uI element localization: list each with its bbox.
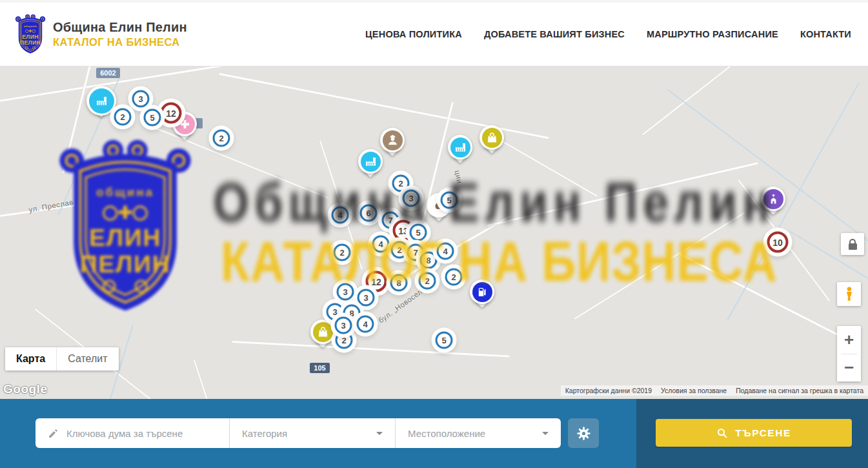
advanced-settings-button[interactable] — [568, 418, 599, 448]
search-button-label: ТЪРСЕНЕ — [735, 427, 791, 439]
map-cluster-marker[interactable]: 4 — [437, 243, 454, 260]
map-zoom-control: + − — [837, 326, 861, 382]
map-pin-bag-marker[interactable] — [479, 125, 504, 150]
map-pin-factory-marker[interactable] — [358, 149, 383, 174]
header: община ЕЛИН ПЕЛИН Община Елин Пелин КАТА… — [0, 0, 868, 66]
google-logo[interactable]: Google — [3, 382, 47, 396]
map-cluster-marker[interactable]: 12 — [161, 103, 182, 124]
map-cluster-marker[interactable]: 3 — [403, 190, 420, 207]
map-cluster-marker[interactable]: 6 — [360, 205, 378, 222]
map-cluster-marker[interactable]: 4 — [357, 316, 374, 333]
nav-contacts[interactable]: КОНТАКТИ — [800, 29, 851, 39]
map-pin-bag-marker[interactable] — [310, 320, 335, 344]
map-cluster-marker[interactable]: 3 — [335, 317, 352, 334]
map-cluster-marker[interactable]: 3 — [132, 90, 150, 108]
map-cluster-marker[interactable]: 2 — [114, 108, 132, 126]
category-select-value: Категория — [242, 428, 287, 439]
keyword-search-input[interactable] — [66, 428, 215, 439]
map-cluster-marker[interactable]: 5 — [144, 109, 161, 127]
nav-pricing-policy[interactable]: ЦЕНОВА ПОЛИТИКА — [365, 29, 462, 39]
map-cluster-marker[interactable]: 2 — [445, 269, 463, 286]
zoom-in-button[interactable]: + — [837, 327, 861, 354]
search-submit-button[interactable]: ТЪРСЕНЕ — [656, 419, 852, 447]
gear-icon — [576, 425, 592, 442]
map-cluster-marker[interactable]: 8 — [390, 274, 408, 292]
site-subtitle: КАТАЛОГ НА БИЗНЕСА — [53, 36, 187, 48]
map-cluster-marker[interactable]: 2 — [213, 130, 230, 147]
map-cluster-marker[interactable]: 5 — [441, 192, 458, 209]
search-fields-group: Категория Местоположение — [35, 418, 561, 448]
map-type-satellite-button[interactable]: Сателит — [56, 347, 118, 371]
svg-text:ЕЛИН: ЕЛИН — [22, 33, 39, 39]
logo-text: Община Елин Пелин КАТАЛОГ НА БИЗНЕСА — [53, 20, 187, 48]
map-cluster-marker[interactable]: 4 — [372, 236, 390, 253]
attribution-report-link[interactable]: Подаване на сигнал за грешка в картата — [731, 387, 868, 394]
attribution-terms-link[interactable]: Условия за ползване — [656, 387, 731, 394]
map-cluster-marker[interactable]: 10 — [767, 232, 789, 253]
chevron-down-icon — [542, 432, 549, 435]
map-cluster-marker[interactable]: 5 — [436, 332, 453, 349]
search-icon — [716, 427, 728, 439]
map-attribution: Картографски данни ©2019 Условия за полз… — [561, 385, 868, 396]
lock-icon — [849, 243, 857, 250]
site-title: Община Елин Пелин — [53, 20, 187, 35]
chevron-down-icon — [376, 432, 383, 435]
map-cluster-marker[interactable]: 4 — [332, 207, 349, 224]
svg-text:община: община — [24, 25, 37, 28]
map-cluster-marker[interactable]: 5 — [410, 224, 427, 241]
street-view-pegman-button[interactable] — [837, 282, 861, 306]
map-type-control: Карта Сателит — [5, 347, 119, 371]
category-select[interactable]: Категория — [229, 418, 395, 448]
map-cluster-marker[interactable]: 2 — [336, 332, 353, 349]
municipality-crest-icon: община ЕЛИН ПЕЛИН — [14, 14, 46, 56]
map-canvas[interactable]: 6002 105 ул. Преслав бул. „Новосел ции 1… — [0, 66, 868, 399]
map-pin-factory-marker[interactable] — [86, 86, 116, 116]
location-select[interactable]: Местоположение — [395, 418, 561, 448]
map-pin-fuel-marker[interactable] — [470, 280, 494, 304]
map-markers-layer: 123252235467135422784128223323834510 — [0, 66, 868, 399]
keyword-field[interactable] — [35, 418, 229, 448]
site-logo[interactable]: община ЕЛИН ПЕЛИН Община Елин Пелин КАТА… — [14, 14, 187, 56]
map-cluster-marker[interactable]: 3 — [358, 289, 375, 307]
map-cluster-marker[interactable]: 2 — [419, 272, 436, 290]
pencil-icon — [48, 428, 59, 439]
page: община ЕЛИН ПЕЛИН Община Елин Пелин КАТА… — [0, 0, 868, 468]
map-lock-button[interactable] — [841, 233, 864, 255]
nav-add-your-business[interactable]: ДОБАВЕТЕ ВАШИЯТ БИЗНЕС — [484, 29, 625, 39]
location-select-value: Местоположение — [408, 428, 485, 439]
map-pin-worker-marker[interactable] — [380, 128, 405, 152]
map-cluster-marker[interactable]: 2 — [391, 241, 409, 259]
main-nav: ЦЕНОВА ПОЛИТИКА ДОБАВЕТЕ ВАШИЯТ БИЗНЕС М… — [365, 29, 851, 39]
map-pin-church-marker[interactable] — [761, 187, 785, 211]
svg-text:ПЕЛИН: ПЕЛИН — [20, 39, 41, 46]
pegman-icon — [842, 286, 856, 303]
map-cluster-marker[interactable]: 2 — [392, 175, 410, 192]
attribution-copyright: Картографски данни ©2019 — [561, 387, 656, 394]
map-pin-factory-marker[interactable] — [448, 135, 472, 159]
nav-route-schedule[interactable]: МАРШРУТНО РАЗПИСАНИЕ — [647, 29, 778, 39]
zoom-out-button[interactable]: − — [837, 354, 861, 382]
map-cluster-marker[interactable]: 3 — [337, 283, 354, 301]
map-cluster-marker[interactable]: 8 — [420, 252, 438, 269]
map-type-map-button[interactable]: Карта — [5, 347, 56, 371]
search-bar: Категория Местоположение — [0, 399, 868, 468]
map-cluster-marker[interactable]: 2 — [334, 244, 351, 261]
